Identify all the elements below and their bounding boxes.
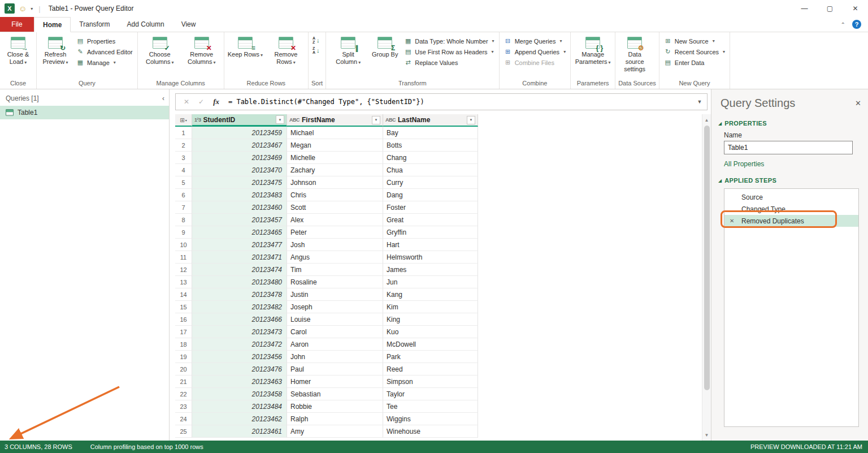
group-by-button[interactable]: Σ Group By: [370, 34, 400, 59]
cell-lastname[interactable]: Wiggins: [383, 413, 478, 425]
cell-studentid[interactable]: 20123465: [192, 226, 287, 239]
table-row[interactable]: 18 20123472 Aaron McDowell: [175, 338, 702, 351]
table-row[interactable]: 20 20123476 Paul Reed: [175, 363, 702, 376]
cell-firstname[interactable]: Sebastian: [287, 388, 383, 400]
cell-studentid[interactable]: 20123473: [192, 326, 287, 338]
cell-firstname[interactable]: Ralph: [287, 413, 383, 425]
cell-lastname[interactable]: Foster: [383, 201, 478, 214]
cell-studentid[interactable]: 20123460: [192, 201, 287, 214]
cell-lastname[interactable]: Jun: [383, 276, 478, 288]
table-row[interactable]: 7 20123460 Scott Foster: [175, 201, 702, 214]
delete-step-icon[interactable]: ✕: [730, 218, 734, 224]
cell-studentid[interactable]: 20123458: [192, 388, 287, 400]
cell-lastname[interactable]: Kuo: [383, 326, 478, 338]
tab-home[interactable]: Home: [34, 17, 71, 32]
remove-rows-button[interactable]: ✕ Remove Rows▾: [266, 34, 306, 67]
cell-firstname[interactable]: Joseph: [287, 301, 383, 313]
feedback-smiley-icon[interactable]: ☺: [19, 5, 27, 12]
table-row[interactable]: 19 20123456 John Park: [175, 351, 702, 363]
select-all-corner-button[interactable]: ⊞▾: [175, 114, 192, 127]
column-header-firstname[interactable]: ABC FirstName ▼: [287, 114, 383, 127]
cell-lastname[interactable]: Winehouse: [383, 425, 478, 438]
cell-firstname[interactable]: Tim: [287, 264, 383, 276]
table-row[interactable]: 25 20123461 Amy Winehouse: [175, 425, 702, 438]
table-row[interactable]: 3 20123469 Michelle Chang: [175, 152, 702, 164]
advanced-editor-button[interactable]: ✎ Advanced Editor: [73, 46, 136, 57]
filter-dropdown-button[interactable]: ▼: [467, 116, 475, 124]
cell-studentid[interactable]: 20123483: [192, 189, 287, 201]
maximize-button[interactable]: ▢: [817, 0, 843, 17]
table-row[interactable]: 12 20123474 Tim James: [175, 264, 702, 276]
cell-firstname[interactable]: Robbie: [287, 400, 383, 413]
cell-lastname[interactable]: Park: [383, 351, 478, 363]
use-first-row-as-headers-button[interactable]: ▤ Use First Row as Headers ▾: [401, 46, 497, 57]
cell-studentid[interactable]: 20123471: [192, 251, 287, 264]
split-column-button[interactable]: ∥ Split Column▾: [328, 34, 368, 67]
data-type-button[interactable]: ▦ Data Type: Whole Number ▾: [401, 36, 497, 46]
all-properties-link[interactable]: All Properties: [711, 158, 868, 172]
close-and-load-button[interactable]: → Close & Load▾: [2, 34, 34, 67]
help-icon[interactable]: ?: [852, 20, 861, 29]
cell-lastname[interactable]: Reed: [383, 363, 478, 376]
cell-lastname[interactable]: Tee: [383, 400, 478, 413]
table-row[interactable]: 6 20123483 Chris Dang: [175, 189, 702, 201]
merge-queries-button[interactable]: ⊟ Merge Queries ▾: [501, 36, 569, 46]
cell-studentid[interactable]: 20123459: [192, 127, 287, 139]
cell-firstname[interactable]: Justin: [287, 288, 383, 301]
tab-view[interactable]: View: [173, 17, 205, 32]
filter-dropdown-button[interactable]: ▼: [276, 115, 284, 124]
collapse-triangle-icon[interactable]: ◢: [718, 121, 722, 126]
cell-firstname[interactable]: Homer: [287, 376, 383, 388]
cell-studentid[interactable]: 20123477: [192, 239, 287, 251]
tab-file[interactable]: File: [0, 17, 34, 32]
table-row[interactable]: 4 20123470 Zachary Chua: [175, 164, 702, 176]
tab-transform[interactable]: Transform: [71, 17, 118, 32]
cell-studentid[interactable]: 20123463: [192, 376, 287, 388]
table-row[interactable]: 1 20123459 Michael Bay: [175, 127, 702, 139]
manage-parameters-button[interactable]: { } Manage Parameters▾: [572, 34, 613, 67]
cell-studentid[interactable]: 20123456: [192, 351, 287, 363]
cell-studentid[interactable]: 20123461: [192, 425, 287, 438]
cell-lastname[interactable]: Simpson: [383, 376, 478, 388]
cell-firstname[interactable]: Louise: [287, 313, 383, 326]
close-pane-icon[interactable]: ✕: [855, 99, 861, 107]
cell-studentid[interactable]: 20123474: [192, 264, 287, 276]
cell-lastname[interactable]: McDowell: [383, 338, 478, 351]
properties-button[interactable]: ▤ Properties: [73, 36, 136, 46]
cell-firstname[interactable]: Megan: [287, 139, 383, 152]
cell-studentid[interactable]: 20123482: [192, 301, 287, 313]
minimize-button[interactable]: —: [792, 0, 817, 17]
table-row[interactable]: 23 20123484 Robbie Tee: [175, 400, 702, 413]
close-button[interactable]: ✕: [843, 0, 868, 17]
table-row[interactable]: 11 20123471 Angus Helmsworth: [175, 251, 702, 264]
choose-columns-button[interactable]: ✓ Choose Columns▾: [140, 34, 180, 67]
quick-access-caret-icon[interactable]: ▾: [31, 6, 33, 11]
cell-lastname[interactable]: Kim: [383, 301, 478, 313]
cell-lastname[interactable]: Dang: [383, 189, 478, 201]
cell-firstname[interactable]: Carol: [287, 326, 383, 338]
sort-descending-button[interactable]: ZA ↓: [313, 46, 320, 54]
cell-firstname[interactable]: Scott: [287, 201, 383, 214]
cell-studentid[interactable]: 20123457: [192, 214, 287, 226]
cell-lastname[interactable]: Curry: [383, 176, 478, 189]
enter-data-button[interactable]: ▤ Enter Data: [661, 57, 728, 68]
cell-lastname[interactable]: King: [383, 313, 478, 326]
cell-studentid[interactable]: 20123484: [192, 400, 287, 413]
cell-lastname[interactable]: Gryffin: [383, 226, 478, 239]
vertical-scrollbar[interactable]: ▲ ▼: [702, 114, 711, 441]
cell-firstname[interactable]: Angus: [287, 251, 383, 264]
cell-firstname[interactable]: Paul: [287, 363, 383, 376]
manage-button[interactable]: ▦ Manage ▾: [73, 57, 136, 68]
cell-studentid[interactable]: 20123478: [192, 288, 287, 301]
cell-studentid[interactable]: 20123476: [192, 363, 287, 376]
cell-studentid[interactable]: 20123466: [192, 313, 287, 326]
table-row[interactable]: 5 20123475 Johnson Curry: [175, 176, 702, 189]
table-row[interactable]: 15 20123482 Joseph Kim: [175, 301, 702, 313]
keep-rows-button[interactable]: ≡ Keep Rows▾: [226, 34, 264, 59]
cell-lastname[interactable]: Bay: [383, 127, 478, 139]
table-row[interactable]: 21 20123463 Homer Simpson: [175, 376, 702, 388]
column-header-lastname[interactable]: ABC LastName ▼: [383, 114, 478, 127]
collapse-ribbon-icon[interactable]: ⌃: [841, 21, 845, 28]
sort-ascending-button[interactable]: AZ ↓: [313, 36, 320, 44]
expand-formula-bar-icon[interactable]: ▼: [692, 94, 707, 110]
